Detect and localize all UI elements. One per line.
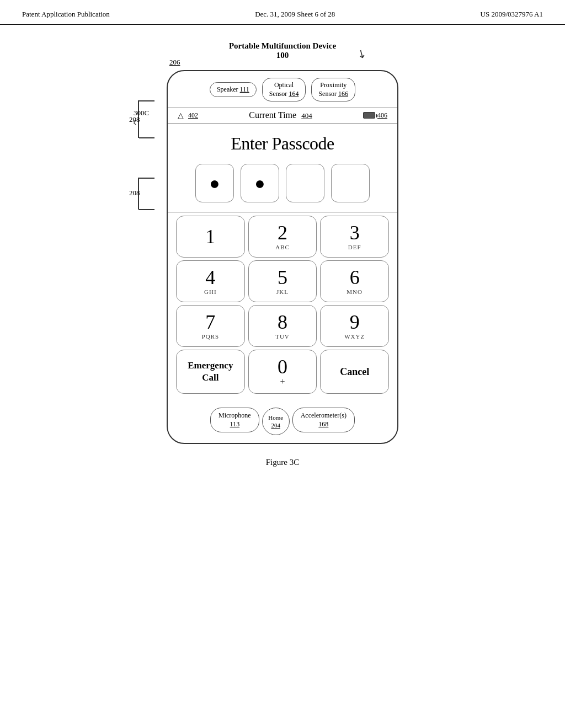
figure-caption: Figure 3C [266, 458, 299, 467]
key-9[interactable]: 9 WXYZ [320, 305, 389, 347]
speaker-component: Speaker 111 [210, 82, 257, 98]
battery-ref: 406 [377, 111, 387, 120]
ref-206: 206 [169, 58, 180, 67]
side-arrow-208b-bottom [139, 209, 154, 210]
device-title-block: Portable Multifunction Device 100 ↘ [229, 41, 336, 60]
key-7[interactable]: 7 PQRS [176, 305, 245, 347]
keypad-row-4: EmergencyCall 0 + Cancel [176, 350, 389, 394]
content-area: Portable Multifunction Device 100 ↘ 206 … [0, 25, 565, 484]
phone-device: Speaker 111 OpticalSensor 164 ProximityS… [167, 70, 398, 444]
signal-icon: △ [178, 111, 184, 120]
key-5[interactable]: 5 JKL [248, 260, 317, 302]
passcode-section: Enter Passcode [168, 124, 397, 213]
battery-icon [363, 112, 375, 119]
device-title-line2: 100 [229, 51, 336, 60]
home-button[interactable]: Home 204 [262, 408, 290, 435]
status-right: 406 [363, 111, 387, 120]
key-4[interactable]: 4 GHI [176, 260, 245, 302]
key-8[interactable]: 8 TUV [248, 305, 317, 347]
patent-header: Patent Application Publication Dec. 31, … [0, 0, 565, 25]
key-3[interactable]: 3 DEF [320, 216, 389, 258]
header-right: US 2009/0327976 A1 [481, 10, 543, 19]
side-arrow-208a [139, 100, 154, 101]
passcode-dot-4 [331, 164, 370, 202]
status-left: △ 402 [178, 111, 198, 120]
passcode-title: Enter Passcode [179, 133, 386, 154]
title-arrow-icon: ↘ [354, 45, 369, 61]
proximity-sensor-component: ProximitySensor 166 [311, 78, 355, 101]
top-components-row: Speaker 111 OpticalSensor 164 ProximityS… [168, 71, 397, 108]
key-cancel[interactable]: Cancel [320, 350, 389, 394]
label-300c: 300C ζ [134, 109, 149, 126]
device-title-line1: Portable Multifunction Device [229, 41, 336, 51]
passcode-dots [179, 164, 386, 202]
microphone-component: Microphone 113 [210, 408, 259, 432]
keypad-row-3: 7 PQRS 8 TUV 9 WXYZ [176, 305, 389, 347]
status-bar: △ 402 Current Time 404 406 [168, 108, 397, 124]
header-left: Patent Application Publication [22, 10, 110, 19]
accelerometer-component: Accelerometer(s) 168 [292, 408, 355, 432]
passcode-dot-1 [195, 164, 234, 202]
keypad-section: 1 2 ABC 3 DEF 4 GHI [168, 213, 397, 402]
header-center: Dec. 31, 2009 Sheet 6 of 28 [255, 10, 335, 19]
passcode-dot-3 [286, 164, 324, 202]
key-6[interactable]: 6 MNO [320, 260, 389, 302]
bottom-components-row: Microphone 113 Home 204 Accelerometer(s)… [168, 402, 397, 443]
keypad-row-1: 1 2 ABC 3 DEF [176, 216, 389, 258]
signal-ref: 402 [188, 111, 198, 120]
phone-wrapper: 206 208 300C ζ 208 Speaker 111 OpticalSe… [167, 70, 398, 444]
keypad-row-2: 4 GHI 5 JKL 6 MNO [176, 260, 389, 302]
key-2[interactable]: 2 ABC [248, 216, 317, 258]
key-emergency-call[interactable]: EmergencyCall [176, 350, 245, 394]
status-time: Current Time 404 [249, 110, 312, 120]
optical-sensor-component: OpticalSensor 164 [262, 78, 306, 101]
side-arrow-208b [139, 178, 154, 179]
passcode-dot-2 [241, 164, 279, 202]
key-1[interactable]: 1 [176, 216, 245, 258]
label-208b: 208 [129, 189, 140, 197]
side-arrow-208a-bottom [139, 137, 154, 138]
key-0[interactable]: 0 + [248, 350, 317, 394]
